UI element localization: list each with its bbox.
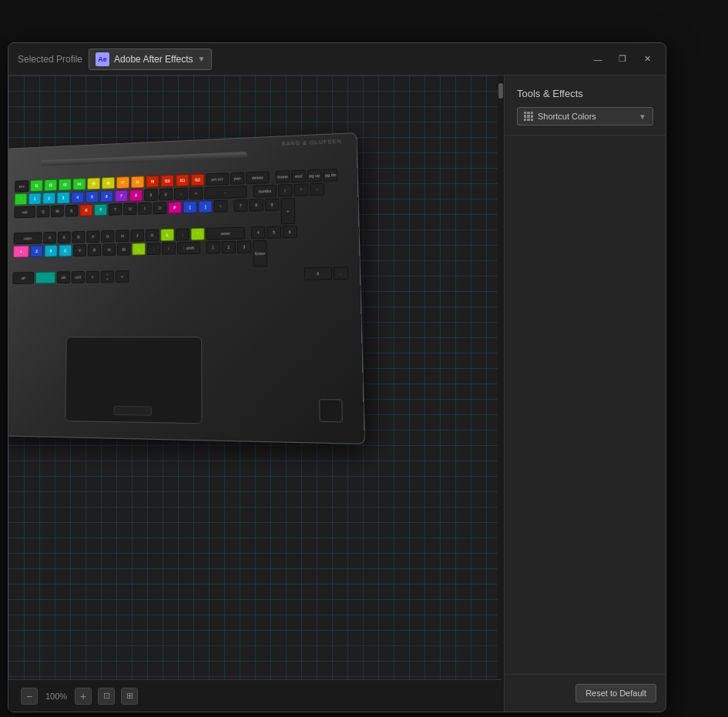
key-numslash[interactable]: / <box>278 184 293 197</box>
maximize-button[interactable]: ❐ <box>613 52 632 66</box>
key-rshift[interactable]: ↑ shift <box>177 242 200 254</box>
zoom-in-button[interactable]: + <box>75 688 92 705</box>
key-num5[interactable]: 5 <box>267 226 281 239</box>
key-num3[interactable]: 3 <box>237 240 251 253</box>
key-rarrow[interactable]: > <box>116 270 129 283</box>
key-f5[interactable]: f5 <box>87 178 100 190</box>
key-y[interactable]: Y <box>109 203 122 216</box>
touchpad[interactable] <box>65 337 202 424</box>
key-rbracket[interactable]: ] <box>198 200 212 213</box>
key-w[interactable]: W <box>51 205 64 217</box>
key-f1[interactable]: f1 <box>30 179 43 192</box>
key-e[interactable]: E <box>65 205 79 217</box>
key-semicolon[interactable]: ; <box>176 228 190 240</box>
key-backslash[interactable]: \ <box>213 200 227 213</box>
key-l[interactable]: L <box>160 229 174 241</box>
key-numdot[interactable]: . <box>334 266 349 280</box>
key-lbracket[interactable]: [ <box>183 201 197 213</box>
key-r[interactable]: R <box>79 204 92 216</box>
key-pwr[interactable]: pwr <box>230 172 244 184</box>
key-f8[interactable]: f8 <box>131 176 144 188</box>
key-o[interactable]: O <box>153 202 167 214</box>
key-i[interactable]: I <box>138 203 151 215</box>
key-q[interactable]: Q <box>37 206 50 218</box>
key-f7[interactable]: f7 <box>116 176 129 189</box>
key-f6[interactable]: f6 <box>102 177 115 189</box>
shortcut-colors-dropdown[interactable]: Shortcut Colors ▼ <box>517 107 653 126</box>
key-larrow[interactable]: < <box>86 271 99 283</box>
key-v[interactable]: V <box>73 244 86 256</box>
minimize-button[interactable]: — <box>589 52 607 66</box>
key-alt[interactable]: alt <box>57 271 70 283</box>
key-f11[interactable]: f11 <box>176 174 190 186</box>
key-enter[interactable]: enter <box>206 227 245 240</box>
touchpad-button[interactable] <box>113 406 152 416</box>
key-2[interactable]: 2 <box>42 193 55 205</box>
key-t[interactable]: T <box>94 204 107 216</box>
key-comma[interactable]: , <box>132 243 146 255</box>
key-f4[interactable]: f4 <box>72 178 86 190</box>
key-slash[interactable]: / <box>162 243 176 255</box>
key-lshift[interactable]: ⇧ <box>13 246 29 258</box>
key-equals[interactable]: = <box>190 187 203 199</box>
key-7[interactable]: 7 <box>115 189 128 202</box>
zoom-out-button[interactable]: − <box>21 688 38 705</box>
key-prtscr[interactable]: prt scr <box>206 173 229 186</box>
key-num2[interactable]: 2 <box>222 241 236 253</box>
key-numenter[interactable]: Enter <box>253 240 267 267</box>
key-x[interactable]: X <box>45 245 58 257</box>
key-h[interactable]: H <box>116 230 129 242</box>
key-home[interactable]: home <box>276 170 290 183</box>
key-numstar[interactable]: * <box>294 183 308 196</box>
key-udarrow[interactable]: ^v <box>101 270 114 283</box>
key-p[interactable]: P <box>168 201 182 213</box>
key-quote[interactable]: ' <box>191 228 205 240</box>
key-s[interactable]: S <box>58 231 71 243</box>
key-num4[interactable]: 4 <box>251 226 266 239</box>
key-g[interactable]: G <box>101 230 114 243</box>
reset-to-default-button[interactable]: Reset to Default <box>575 684 656 702</box>
key-j[interactable]: J <box>131 230 144 242</box>
key-f2[interactable]: f2 <box>44 179 57 192</box>
key-pgdn[interactable]: pg dn <box>323 169 337 182</box>
key-num8[interactable]: 8 <box>250 199 263 211</box>
key-f3[interactable]: f3 <box>59 179 72 191</box>
key-u[interactable]: U <box>123 203 136 215</box>
key-f[interactable]: F <box>86 230 99 243</box>
key-5[interactable]: 5 <box>86 191 99 203</box>
key-9[interactable]: 9 <box>144 189 157 201</box>
key-num9[interactable]: 9 <box>265 198 280 210</box>
key-1[interactable]: 1 <box>29 193 42 205</box>
key-k[interactable]: K <box>146 229 159 241</box>
key-numbs[interactable]: numbs <box>253 185 277 198</box>
key-m[interactable]: M <box>117 243 130 256</box>
key-backspace[interactable]: ← <box>204 186 247 199</box>
key-c[interactable]: C <box>59 245 72 257</box>
key-n[interactable]: N <box>102 243 116 256</box>
key-num6[interactable]: 6 <box>283 226 297 239</box>
fit-height-button[interactable]: ⊞ <box>121 688 138 705</box>
key-0[interactable]: 0 <box>159 188 173 200</box>
key-f12[interactable]: f12 <box>191 173 205 186</box>
key-win[interactable] <box>35 272 55 284</box>
profile-dropdown[interactable]: Ae Adobe After Effects ▼ <box>89 49 212 70</box>
key-pgup[interactable]: pg up <box>307 169 322 183</box>
key-period[interactable]: . <box>147 243 161 255</box>
key-num0[interactable]: 0 <box>304 267 332 280</box>
key-a[interactable]: A <box>43 232 56 244</box>
key-z[interactable]: Z <box>30 245 43 257</box>
key-esc[interactable]: esc <box>15 180 29 193</box>
key-num1[interactable]: 1 <box>206 241 220 253</box>
key-fn[interactable]: all <box>12 272 34 284</box>
key-num7[interactable]: 7 <box>233 199 247 212</box>
key-ctrl[interactable]: ctrl <box>72 271 85 283</box>
key-d[interactable]: D <box>72 231 85 243</box>
key-capslock[interactable]: caps <box>13 232 42 244</box>
key-3[interactable]: 3 <box>57 192 70 204</box>
key-minus[interactable]: - <box>174 188 188 200</box>
key-4[interactable]: 4 <box>71 191 84 203</box>
key-backtick[interactable]: ` <box>15 193 28 206</box>
key-8[interactable]: 8 <box>129 189 143 202</box>
fit-width-button[interactable]: ⊡ <box>98 688 115 705</box>
key-end[interactable]: end <box>291 169 306 183</box>
